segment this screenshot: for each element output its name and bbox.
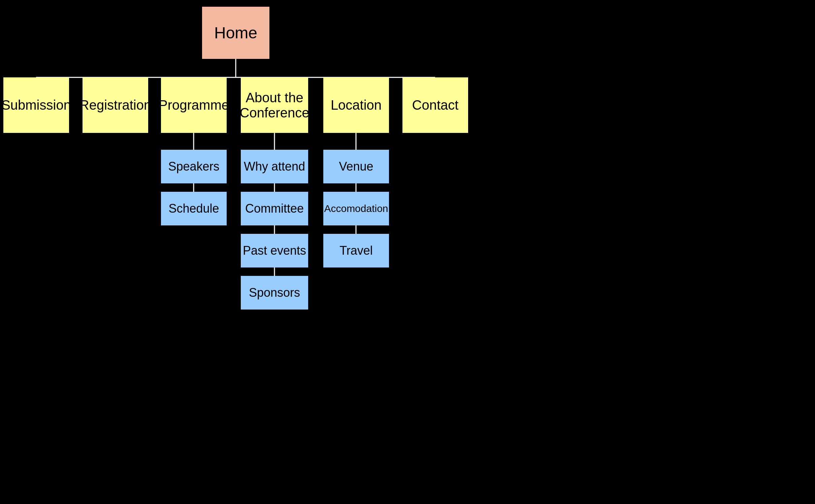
node-committee[interactable]: Committee — [241, 192, 308, 225]
submission-label: Submission — [1, 98, 71, 113]
diagram-container: Home Submission Registration Programme A… — [0, 0, 815, 504]
venue-label: Venue — [339, 159, 373, 174]
connector-lines — [0, 0, 815, 504]
node-schedule[interactable]: Schedule — [161, 192, 227, 225]
location-label: Location — [331, 98, 382, 113]
node-speakers[interactable]: Speakers — [161, 150, 227, 183]
schedule-label: Schedule — [168, 202, 219, 216]
travel-label: Travel — [339, 244, 373, 258]
node-why-attend[interactable]: Why attend — [241, 150, 308, 183]
about-label: About the Conference — [240, 90, 309, 120]
sponsors-label: Sponsors — [249, 286, 300, 300]
why-attend-label: Why attend — [244, 159, 305, 174]
node-venue[interactable]: Venue — [323, 150, 389, 183]
node-registration[interactable]: Registration — [83, 77, 148, 133]
node-location[interactable]: Location — [323, 77, 389, 133]
registration-label: Registration — [79, 98, 151, 113]
node-sponsors[interactable]: Sponsors — [241, 276, 308, 310]
node-past-events[interactable]: Past events — [241, 234, 308, 267]
node-accommodation[interactable]: Accomodation — [323, 192, 389, 225]
node-contact[interactable]: Contact — [402, 77, 468, 133]
programme-label: Programme — [159, 98, 229, 113]
home-node[interactable]: Home — [202, 7, 269, 59]
home-label: Home — [214, 24, 257, 42]
node-submission[interactable]: Submission — [3, 77, 69, 133]
past-events-label: Past events — [243, 244, 306, 258]
node-programme[interactable]: Programme — [161, 77, 227, 133]
committee-label: Committee — [245, 202, 304, 216]
accommodation-label: Accomodation — [324, 203, 388, 214]
contact-label: Contact — [412, 98, 459, 113]
node-about[interactable]: About the Conference — [241, 77, 308, 133]
speakers-label: Speakers — [168, 159, 219, 174]
node-travel[interactable]: Travel — [323, 234, 389, 267]
